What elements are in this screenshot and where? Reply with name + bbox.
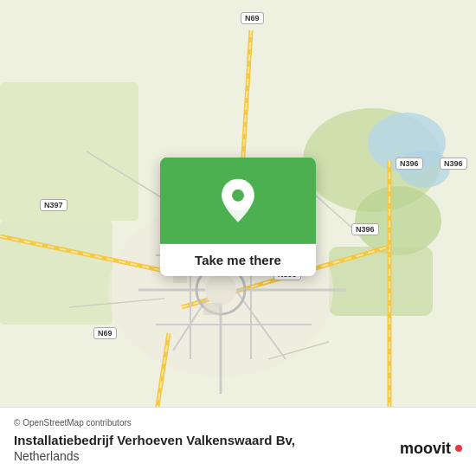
svg-rect-5 <box>0 221 113 325</box>
moovit-logo: moovit <box>400 440 462 458</box>
road-badge-n396-right: N396 <box>396 158 423 170</box>
moovit-text: moovit <box>400 440 451 458</box>
svg-rect-35 <box>203 303 222 315</box>
location-pin-icon <box>219 177 257 224</box>
place-country: Netherlands <box>14 449 80 463</box>
svg-point-38 <box>232 190 244 202</box>
road-badge-n69-top: N69 <box>241 12 264 24</box>
road-badge-n396-mid: N396 <box>351 223 379 235</box>
info-panel: © OpenStreetMap contributors Installatie… <box>0 407 476 476</box>
popup-green-area <box>160 158 316 244</box>
road-badge-n397: N397 <box>40 199 68 211</box>
place-name: Installatiebedrijf Verhoeven Valkenswaar… <box>14 433 295 447</box>
take-me-there-button[interactable]: Take me there <box>160 244 316 276</box>
map-container: N69 N396 N396 N396 N396 N397 N69 Take me… <box>0 0 476 476</box>
popup-card: Take me there <box>160 158 316 276</box>
svg-point-2 <box>355 186 441 255</box>
svg-rect-3 <box>329 247 433 316</box>
road-badge-n69-bottom: N69 <box>93 327 117 339</box>
moovit-dot <box>455 445 462 452</box>
svg-point-28 <box>205 274 236 306</box>
osm-attribution: © OpenStreetMap contributors <box>14 418 462 428</box>
svg-rect-4 <box>0 82 138 221</box>
road-badge-n396-right2: N396 <box>440 158 467 170</box>
